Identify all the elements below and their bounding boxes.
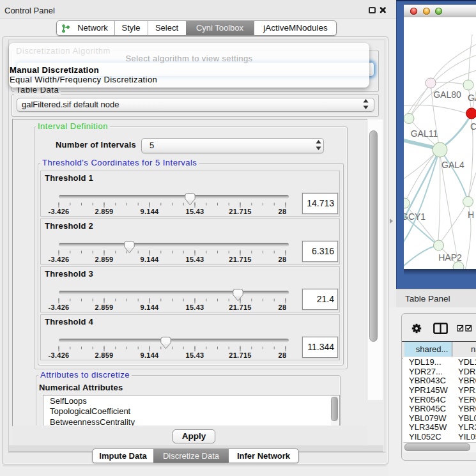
svg-text:GAL4: GAL4 xyxy=(441,160,464,170)
svg-text:GAL11: GAL11 xyxy=(411,128,438,139)
svg-text:C: C xyxy=(470,121,476,132)
svg-text:H: H xyxy=(468,210,474,220)
svg-text:GCY1: GCY1 xyxy=(404,211,426,222)
svg-text:HAP2: HAP2 xyxy=(438,252,462,263)
svg-text:GAL80: GAL80 xyxy=(433,89,461,100)
svg-text:GAL: GAL xyxy=(468,93,476,103)
